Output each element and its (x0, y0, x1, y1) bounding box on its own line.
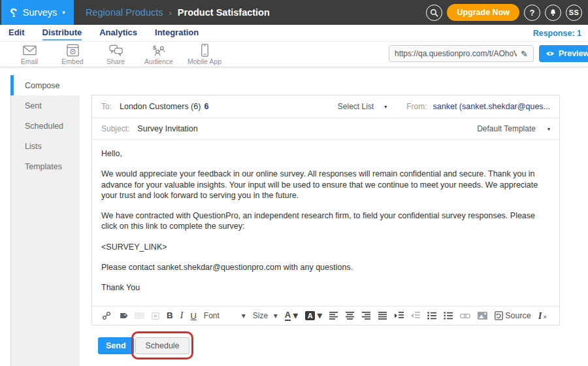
help-icon: ? (530, 8, 535, 18)
schedule-highlight-annotation: Schedule (131, 331, 193, 359)
underline-button[interactable]: U (190, 312, 196, 320)
text-color-icon: A (285, 310, 291, 321)
channel-share-label: Share (106, 58, 125, 65)
indent-increase-icon (395, 312, 404, 320)
schedule-button[interactable]: Schedule (135, 337, 189, 354)
remove-format-x: × (543, 314, 546, 320)
search-icon (430, 8, 438, 17)
background-color-icon: A (305, 311, 315, 320)
remove-format-button[interactable]: I × (538, 311, 547, 321)
justify-button[interactable] (378, 312, 387, 320)
select-list-dropdown[interactable]: Select List ▾ (338, 102, 387, 111)
body-paragraph: We have contracted with QuestionPro, an … (101, 210, 550, 232)
compose-panel: To: London Customers (6) 6 Select List ▾… (91, 95, 560, 325)
subject-input[interactable]: Survey Invitation (137, 124, 197, 133)
preview-label: Preview (559, 49, 588, 58)
increase-indent-button[interactable] (395, 312, 404, 320)
survey-url-text[interactable]: https://qa.questionpro.com/t/AOhoVZfqml (395, 49, 517, 58)
chain-link-icon (102, 311, 111, 320)
subject-row: Subject: Survey Invitation Default Templ… (92, 118, 559, 140)
survey-tabbar: Edit Distribute Analytics Integration Re… (0, 25, 588, 42)
channel-mobile-app[interactable]: Mobile App (180, 44, 229, 65)
template-dropdown[interactable]: Default Template ▾ (477, 124, 550, 133)
remove-format-icon: I (538, 311, 542, 321)
help-button[interactable]: ? (524, 5, 540, 21)
keyboard-button (135, 312, 144, 319)
breadcrumb: Regional Products › Product Satisfaction (86, 0, 270, 25)
insert-image-button[interactable] (478, 312, 487, 320)
insert-survey-link-button[interactable] (102, 311, 111, 320)
to-label: To: (101, 102, 112, 111)
numbered-list-button[interactable] (444, 312, 453, 320)
sidebar-item-scheduled[interactable]: Scheduled (11, 116, 80, 136)
channel-embed[interactable]: Embed (51, 44, 94, 65)
product-menu-label: Surveys (23, 7, 57, 18)
align-center-icon (346, 312, 355, 320)
italic-button[interactable]: I (180, 311, 184, 320)
background-color-button[interactable]: A ▾ (305, 310, 322, 321)
embed-icon (66, 44, 80, 57)
tab-distribute[interactable]: Distribute (42, 27, 82, 41)
rich-text-toolbar: B I U Font ▾ Size ▾ A ▾ A ▾ (92, 306, 559, 325)
button-insert-button (152, 312, 159, 320)
recipient-count: 6 (204, 102, 208, 111)
svg-text:$: $ (152, 44, 156, 51)
to-value[interactable]: London Customers (6) (120, 102, 201, 111)
mobile-app-icon (201, 44, 209, 57)
channel-list: Email Embed Share $ (8, 44, 229, 65)
source-button[interactable]: Source (495, 311, 531, 320)
bold-button[interactable]: B (167, 311, 173, 320)
merge-tag-button[interactable] (118, 311, 127, 320)
align-right-icon (362, 312, 371, 320)
template-label: Default Template (477, 124, 536, 133)
tab-analytics[interactable]: Analytics (99, 27, 137, 39)
body-paragraph: Hello, (101, 148, 550, 159)
send-button[interactable]: Send (98, 337, 134, 354)
body-paragraph: We would appreciate your feedback in our… (101, 169, 550, 201)
chevron-down-icon: ▾ (62, 10, 65, 16)
share-icon (108, 44, 123, 57)
product-menu[interactable]: ? Surveys ▾ (1, 0, 74, 25)
font-dropdown[interactable]: Font ▾ (204, 312, 246, 320)
channel-email[interactable]: Email (8, 44, 51, 65)
sidebar-item-compose[interactable]: Compose (10, 75, 80, 95)
numbered-list-icon (444, 312, 453, 320)
size-dropdown-label: Size (253, 312, 268, 320)
distribute-sidebar: Compose Sent Scheduled Lists Templates (10, 75, 80, 366)
search-button[interactable] (426, 5, 442, 21)
size-dropdown[interactable]: Size ▾ (253, 312, 278, 320)
to-row: To: London Customers (6) 6 Select List ▾… (92, 95, 559, 118)
avatar[interactable]: SS (566, 5, 582, 21)
edit-url-icon[interactable]: ✎ (521, 49, 528, 59)
align-center-button[interactable] (346, 312, 355, 320)
sidebar-item-sent[interactable]: Sent (11, 95, 80, 116)
notifications-button[interactable] (545, 5, 561, 21)
tab-edit[interactable]: Edit (8, 27, 25, 39)
sidebar-item-templates[interactable]: Templates (11, 156, 80, 176)
breadcrumb-parent-link[interactable]: Regional Products (86, 7, 163, 18)
align-right-button[interactable] (362, 312, 371, 320)
from-field: From: sanket (sanket.shekdar@ques... (406, 102, 550, 111)
from-value[interactable]: sanket (sanket.shekdar@ques... (433, 102, 550, 111)
align-left-button[interactable] (329, 312, 338, 320)
button-icon (152, 312, 159, 320)
upgrade-now-button[interactable]: Upgrade Now (447, 4, 519, 21)
tab-integration[interactable]: Integration (155, 27, 199, 39)
chevron-down-icon: ▾ (242, 312, 246, 320)
keyboard-icon (135, 312, 144, 319)
survey-url-field[interactable]: https://qa.questionpro.com/t/AOhoVZfqml … (389, 45, 534, 62)
bell-icon (549, 8, 557, 17)
chevron-down-icon: ▾ (547, 126, 550, 132)
email-body-editor[interactable]: Hello, We would appreciate your feedback… (92, 140, 559, 307)
body-paragraph: Thank You (101, 282, 550, 293)
preview-button[interactable]: Preview (539, 45, 588, 62)
sidebar-item-lists[interactable]: Lists (11, 136, 80, 156)
body-paragraph: Please contact sanket.shekdar@questionpr… (101, 262, 550, 273)
bulleted-list-button[interactable] (427, 312, 436, 320)
channel-mobile-app-label: Mobile App (188, 58, 221, 65)
chevron-down-icon: ▾ (274, 312, 278, 320)
channel-share[interactable]: Share (94, 44, 137, 65)
channel-audience[interactable]: $ Audience (137, 44, 180, 65)
header-actions: Upgrade Now ? SS (426, 0, 582, 25)
text-color-button[interactable]: A ▾ (285, 310, 298, 321)
